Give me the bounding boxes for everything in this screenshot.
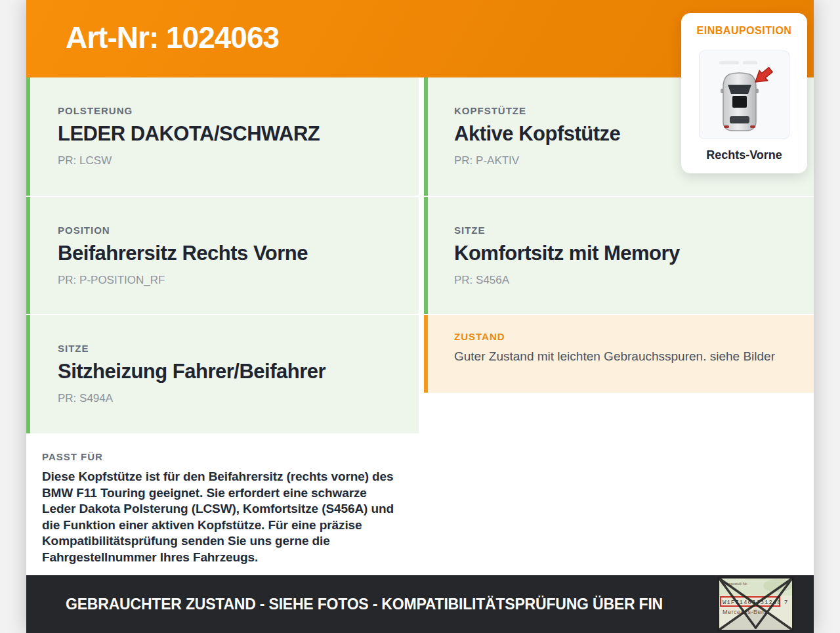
card-title: Beifahrersitz Rechts Vorne xyxy=(58,242,406,265)
einbauposition-image-frame xyxy=(699,51,789,139)
crossed-document-graphic: Fahrgestell-Nr. W1F71463J31248 7 Mercede… xyxy=(717,577,794,632)
footer-note: GEBRAUCHTER ZUSTAND - SIEHE FOTOS - KOMP… xyxy=(66,596,663,613)
passt-fuer-label: PASST FÜR xyxy=(42,451,403,462)
card-label: POLSTERUNG xyxy=(58,105,406,116)
card-zustand: ZUSTAND Guter Zustand mit leichten Gebra… xyxy=(424,315,814,393)
car-top-view-image xyxy=(705,56,784,135)
page: Art-Nr: 1024063 POLSTERUNG LEDER DAKOTA/… xyxy=(0,0,840,633)
zustand-text: Guter Zustand mit leichten Gebrauchsspur… xyxy=(454,349,786,364)
card-title: Sitzheizung Fahrer/Beifahrer xyxy=(58,360,406,383)
card-sitzheizung: SITZE Sitzheizung Fahrer/Beifahrer PR: S… xyxy=(26,315,419,433)
card-komfortsitz: SITZE Komfortsitz mit Memory PR: S456A xyxy=(424,197,814,314)
card-title: LEDER DAKOTA/SCHWARZ xyxy=(58,122,406,146)
card-position: POSITION Beifahrersitz Rechts Vorne PR: … xyxy=(26,197,419,314)
card-pr-code: PR: LCSW xyxy=(58,154,406,167)
card-label: SITZE xyxy=(454,225,801,236)
vin-suffix: 7 xyxy=(784,600,788,606)
car-windshield xyxy=(728,85,751,94)
passt-fuer-text: Diese Kopfstütze ist für den Beifahrersi… xyxy=(42,469,403,565)
einbauposition-card: EINBAUPOSITION xyxy=(681,13,807,173)
card-polsterung: POLSTERUNG LEDER DAKOTA/SCHWARZ PR: LCSW xyxy=(26,77,419,196)
card-pr-code: PR: S494A xyxy=(58,392,406,405)
card-passt-fuer: PASST FÜR Diese Kopfstütze ist für den B… xyxy=(26,435,419,575)
car-taillight-right xyxy=(750,125,755,128)
einbauposition-caption: Rechts-Vorne xyxy=(681,148,807,162)
watermark-blur xyxy=(743,61,757,64)
car-rear-window xyxy=(730,116,749,123)
car-taillight-left xyxy=(724,125,729,128)
red-arrow-icon xyxy=(755,67,772,81)
card-label: POSITION xyxy=(58,225,406,236)
card-pr-code: PR: S456A xyxy=(454,274,801,287)
watermark-blur xyxy=(719,61,739,64)
card-pr-code: PR: P-POSITION_RF xyxy=(58,274,406,287)
einbauposition-label: EINBAUPOSITION xyxy=(681,25,807,37)
zustand-label: ZUSTAND xyxy=(454,331,794,342)
card-title: Komfortsitz mit Memory xyxy=(454,242,801,265)
registration-document-image: Fahrgestell-Nr. W1F71463J31248 7 Mercede… xyxy=(717,577,794,632)
card-label: SITZE xyxy=(58,343,406,354)
footer-bar: GEBRAUCHTER ZUSTAND - SIEHE FOTOS - KOMP… xyxy=(26,575,814,633)
content-panel: Art-Nr: 1024063 POLSTERUNG LEDER DAKOTA/… xyxy=(26,0,814,633)
car-sunroof xyxy=(732,96,747,108)
page-title: Art-Nr: 1024063 xyxy=(66,20,279,55)
